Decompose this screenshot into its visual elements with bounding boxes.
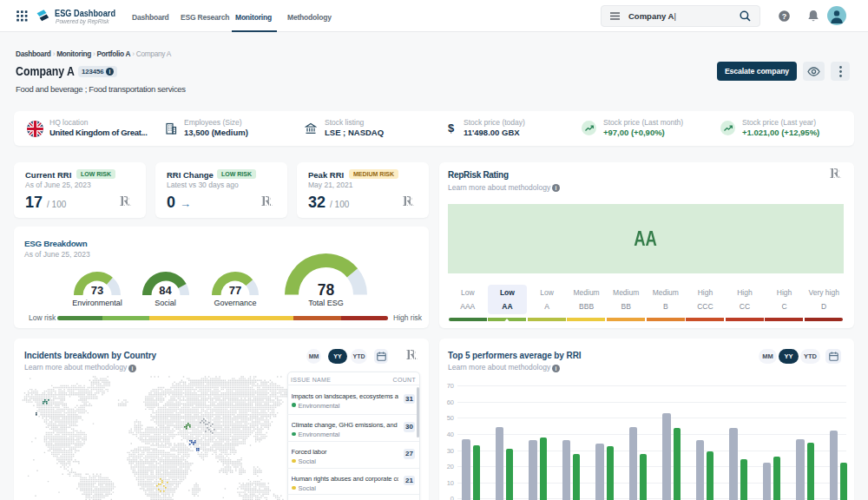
svg-text:i: i xyxy=(132,365,134,371)
svg-text:i: i xyxy=(556,185,557,191)
svg-text:?: ? xyxy=(782,12,787,21)
svg-text:i: i xyxy=(109,69,111,75)
svg-text:i: i xyxy=(556,365,557,371)
